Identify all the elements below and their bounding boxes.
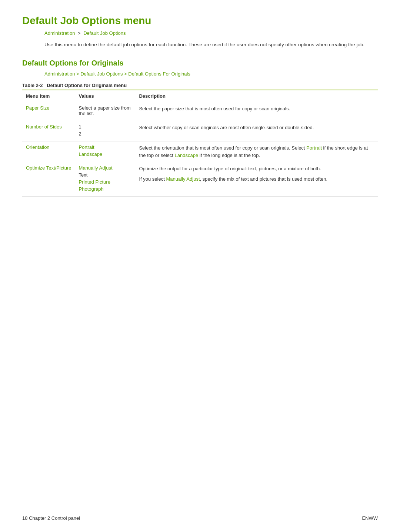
menu-item-cell: Optimize Text/Picture [22, 162, 75, 197]
description-cell: Select the paper size that is most often… [135, 102, 378, 121]
col-header-description: Description [135, 90, 378, 102]
breadcrumb-2: Administration > Default Job Options > D… [44, 71, 378, 77]
desc-para-2: If you select Manually Adjust, specify t… [139, 175, 374, 183]
menu-item-cell: Paper Size [22, 102, 75, 121]
table-caption-text: Default Options for Originals menu [47, 83, 127, 88]
desc-link[interactable]: Landscape [175, 153, 199, 158]
table-label: Table 2-2 [22, 83, 43, 88]
breadcrumb2-admin-link[interactable]: Administration [44, 71, 75, 77]
description-cell: Select the orientation that is most ofte… [135, 141, 378, 162]
breadcrumb-admin-link[interactable]: Administration [44, 30, 75, 36]
breadcrumb-job-options-link[interactable]: Default Job Options [83, 30, 126, 36]
desc-text: Select the orientation that is most ofte… [139, 145, 306, 151]
values-cell: 12 [75, 121, 136, 141]
description-cell: Select whether copy or scan originals ar… [135, 121, 378, 141]
value-item: Select a paper size from the list. [79, 105, 132, 116]
value-item: 1 [79, 124, 132, 130]
value-item: 2 [79, 131, 132, 137]
table-row: Number of Sides12Select whether copy or … [22, 121, 378, 141]
desc-link[interactable]: Portrait [306, 145, 322, 151]
values-cell: Select a paper size from the list. [75, 102, 136, 121]
table-row: Optimize Text/PictureManually AdjustText… [22, 162, 378, 197]
desc-before-link: If you select [139, 176, 166, 182]
options-table: Menu item Values Description Paper SizeS… [22, 90, 378, 197]
menu-item-cell: Number of Sides [22, 121, 75, 141]
col-header-values: Values [75, 90, 136, 102]
value-item[interactable]: Landscape [79, 151, 132, 157]
page-title: Default Job Options menu [22, 15, 378, 27]
value-item[interactable]: Portrait [79, 144, 132, 150]
table-row: Paper SizeSelect a paper size from the l… [22, 102, 378, 121]
values-cell: PortraitLandscape [75, 141, 136, 162]
breadcrumb2-default-options-link[interactable]: Default Options For Originals [128, 71, 190, 77]
value-item: Text [79, 172, 132, 178]
menu-item-cell: Orientation [22, 141, 75, 162]
breadcrumb2-job-options-link[interactable]: Default Job Options [80, 71, 123, 77]
value-item[interactable]: Photograph [79, 186, 132, 192]
value-item[interactable]: Printed Picture [79, 179, 132, 185]
breadcrumb2-sep2: > [124, 71, 128, 77]
section-title: Default Options for Originals [22, 59, 378, 67]
footer-left: 18 Chapter 2 Control panel [22, 515, 80, 521]
values-cell: Manually AdjustTextPrinted PicturePhotog… [75, 162, 136, 197]
breadcrumb-separator-1: > [78, 30, 82, 36]
desc-after-link: , specify the mix of text and pictures t… [200, 176, 328, 182]
description-cell: Optimize the output for a particular typ… [135, 162, 378, 197]
breadcrumb-1: Administration > Default Job Options [44, 30, 378, 36]
footer: 18 Chapter 2 Control panel ENWW [0, 515, 400, 521]
desc-manually-adjust-link[interactable]: Manually Adjust [166, 176, 200, 182]
footer-right: ENWW [362, 515, 378, 521]
value-item[interactable]: Manually Adjust [79, 165, 132, 171]
desc-para-1: Optimize the output for a particular typ… [139, 165, 374, 173]
table-row: OrientationPortraitLandscapeSelect the o… [22, 141, 378, 162]
desc-text: if the long edge is at the top. [198, 153, 260, 158]
breadcrumb2-sep1: > [76, 71, 80, 77]
table-caption: Table 2-2 Default Options for Originals … [22, 83, 378, 88]
intro-text: Use this menu to define the default job … [44, 41, 378, 48]
col-header-menu-item: Menu item [22, 90, 75, 102]
